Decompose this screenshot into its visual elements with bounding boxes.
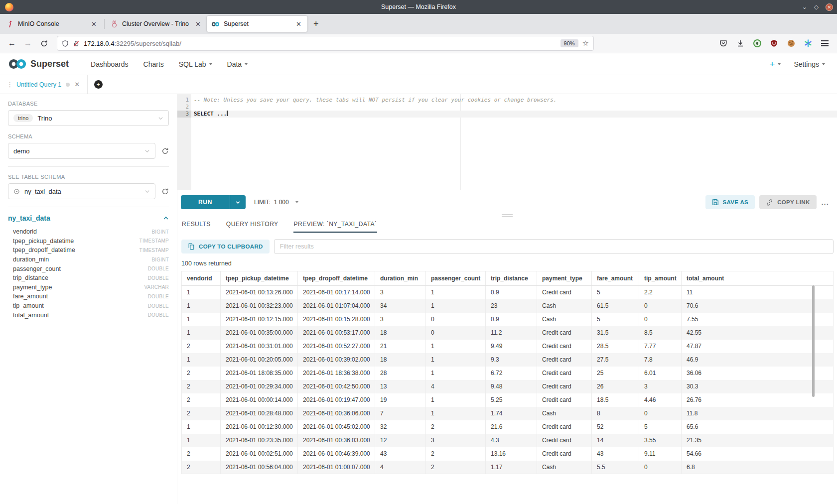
table-header-cell[interactable]: tpep_pickup_datetime (221, 271, 298, 286)
table-select-value: ny_taxi_data (24, 188, 140, 195)
run-query-button[interactable]: RUN (181, 195, 246, 209)
copy-link-button[interactable]: COPY LINK (759, 195, 817, 209)
table-cell: 14 (592, 434, 639, 447)
table-cell: 0 (639, 299, 682, 313)
table-cell: 18 (375, 353, 426, 367)
results-tabs: RESULTS QUERY HISTORY PREVIEW: `NY_TAXI_… (177, 218, 837, 233)
tab-close-icon[interactable]: ✕ (90, 20, 98, 28)
toolbar-extensions (719, 39, 832, 48)
table-header-cell[interactable]: total_amount (682, 271, 834, 286)
schema-column-row: total_amount DOUBLE (8, 310, 169, 320)
row-limit-control[interactable]: LIMIT: 1 000 (254, 199, 298, 206)
nav-item-charts[interactable]: Charts (143, 60, 164, 68)
tab-results[interactable]: RESULTS (181, 218, 211, 233)
table-cell: 21.35 (682, 434, 834, 447)
line-number: 1 (177, 97, 189, 104)
table-cell: 2021-06-01 00:36:06.000 (298, 407, 375, 420)
new-tab-button[interactable]: + (307, 19, 325, 29)
save-as-button[interactable]: SAVE AS (705, 195, 755, 209)
table-select[interactable]: ny_taxi_data (8, 183, 155, 199)
pane-resize-handle[interactable] (177, 213, 837, 218)
table-header-cell[interactable]: passenger_count (426, 271, 486, 286)
table-cell: 2021-06-01 00:45:02.000 (298, 420, 375, 434)
table-header-cell[interactable]: payment_type (537, 271, 592, 286)
table-cell: 7.55 (682, 313, 834, 326)
table-cell: 13 (375, 380, 426, 393)
cookie-extension-icon[interactable] (787, 39, 795, 48)
table-header-cell[interactable]: vendorid (182, 271, 221, 286)
table-cell: 25 (592, 367, 639, 380)
table-schema-header[interactable]: ny_taxi_data (8, 214, 169, 222)
table-header-cell[interactable]: tip_amount (639, 271, 682, 286)
column-type: DOUBLE (148, 266, 169, 271)
reload-button[interactable] (37, 36, 51, 50)
tab-separator (104, 19, 105, 29)
zoom-level-badge[interactable]: 90% (560, 39, 578, 47)
schema-select[interactable]: demo (8, 143, 155, 159)
database-select[interactable]: trino Trino (8, 110, 169, 126)
schema-select-value: demo (13, 147, 140, 155)
settings-menu[interactable]: Settings (794, 60, 825, 68)
menu-hamburger-icon[interactable] (821, 39, 829, 48)
browser-tab-minio[interactable]: MinIO Console ✕ (2, 16, 103, 32)
table-cell: 9.3 (486, 353, 537, 367)
table-cell: Cash (537, 407, 592, 420)
chevron-down-icon (778, 63, 781, 65)
filter-results-input[interactable] (274, 239, 834, 254)
link-icon (766, 199, 773, 206)
table-header-cell[interactable]: trip_distance (486, 271, 537, 286)
nav-item-dashboards[interactable]: Dashboards (91, 60, 129, 68)
sql-code-editor[interactable]: 1 2 3 -- Note: Unless you save your quer… (177, 94, 837, 190)
table-cell: 1 (182, 299, 221, 313)
tab-query-history[interactable]: QUERY HISTORY (226, 218, 279, 233)
reload-icon (40, 40, 48, 47)
query-tab-active[interactable]: ⋮ Untitled Query 1 ✕ (0, 75, 88, 94)
forward-button[interactable]: → (21, 36, 35, 50)
ublock-origin-icon[interactable] (770, 39, 778, 48)
refresh-tables-button[interactable] (161, 188, 169, 195)
lock-insecure-icon (73, 40, 80, 47)
run-options-caret[interactable] (230, 195, 246, 209)
table-cell: 1 (426, 367, 486, 380)
new-item-plus-button[interactable]: + (769, 59, 781, 70)
window-minimize-icon[interactable]: ⌄ (802, 4, 807, 10)
table-schema-title[interactable]: ny_taxi_data (8, 214, 50, 222)
table-cell: 61.5 (592, 299, 639, 313)
tab-preview-table[interactable]: PREVIEW: `NY_TAXI_DATA` (293, 218, 378, 233)
chevron-up-icon[interactable] (163, 215, 169, 221)
schema-column-row: fare_amount DOUBLE (8, 292, 169, 301)
query-tab-close-icon[interactable]: ✕ (74, 81, 80, 88)
more-actions-button[interactable]: ... (817, 199, 834, 206)
downloads-icon[interactable] (736, 39, 744, 48)
table-cell: 28.5 (592, 340, 639, 353)
tab-close-icon[interactable]: ✕ (194, 20, 202, 28)
add-query-tab-button[interactable]: + (88, 75, 109, 94)
column-type: TIMESTAMP (140, 248, 169, 253)
chevron-down-icon (144, 148, 150, 154)
run-button-label[interactable]: RUN (181, 195, 230, 209)
table-header-cell[interactable]: duration_min (375, 271, 426, 286)
window-maximize-icon[interactable]: ◇ (814, 4, 819, 10)
table-scrollbar-thumb[interactable] (812, 285, 815, 397)
table-header-cell[interactable]: tpep_dropoff_datetime (298, 271, 375, 286)
url-bar[interactable]: 172.18.0.4:32295/superset/sqllab/ 90% ☆ (57, 36, 594, 51)
table-header-cell[interactable]: fare_amount (592, 271, 639, 286)
nav-item-data[interactable]: Data (227, 60, 248, 68)
drag-handle-icon[interactable]: ⋮ (6, 81, 12, 88)
bookmark-star-icon[interactable]: ☆ (582, 39, 589, 48)
browser-tab-trino[interactable]: Cluster Overview - Trino ✕ (106, 16, 207, 32)
container-asterisk-icon[interactable] (804, 39, 812, 48)
copy-to-clipboard-label: COPY TO CLIPBOARD (199, 244, 263, 250)
back-button[interactable]: ← (5, 36, 19, 50)
window-close-icon[interactable]: ✕ (826, 3, 833, 11)
browser-tab-superset[interactable]: Superset ✕ (207, 16, 307, 32)
tab-close-icon[interactable]: ✕ (294, 20, 303, 28)
pocket-icon[interactable] (719, 39, 727, 48)
editor-code-area[interactable]: -- Note: Unless you save your query, the… (191, 94, 837, 190)
table-cell: 7.77 (639, 340, 682, 353)
copy-to-clipboard-button[interactable]: COPY TO CLIPBOARD (181, 240, 270, 253)
database-select-value: Trino (37, 115, 153, 122)
nav-item-sql-lab[interactable]: SQL Lab (179, 60, 212, 68)
refresh-schemas-button[interactable] (161, 147, 169, 155)
privacy-badger-icon[interactable] (753, 39, 761, 48)
